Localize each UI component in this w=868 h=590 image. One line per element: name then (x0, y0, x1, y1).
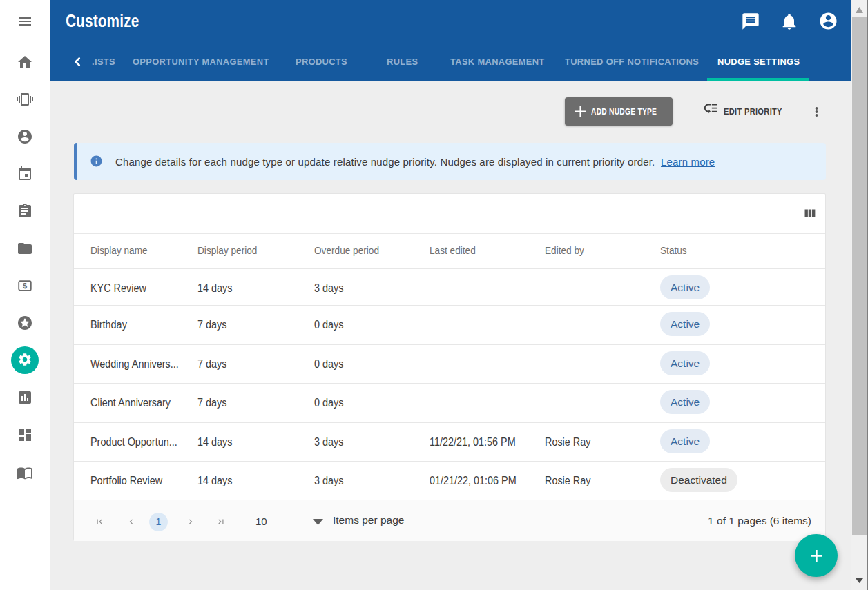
svg-text:$: $ (23, 282, 27, 290)
